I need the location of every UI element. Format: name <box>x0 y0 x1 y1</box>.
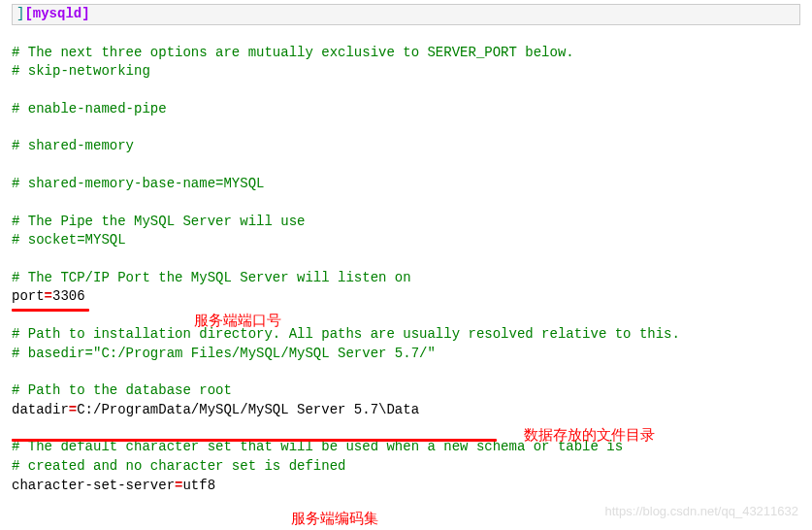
comment-line: # basedir="C:/Program Files/MySQL/MySQL … <box>12 345 800 364</box>
section-header: ][mysqld] <box>12 4 800 25</box>
comment-line: # created and no character set is define… <box>12 457 800 477</box>
section-mysqld: [mysqld] <box>24 6 89 21</box>
watermark: https://blog.csdn.net/qq_43211632 <box>605 503 799 520</box>
port-line: port=3306 <box>12 287 800 307</box>
datadir-key: datadir <box>12 402 69 417</box>
comment-line: # The Pipe the MySQL Server will use <box>12 213 800 232</box>
datadir-value: C:/ProgramData/MySQL/MySQL Server 5.7\Da… <box>77 402 419 417</box>
charset-key: character-set-server <box>12 478 175 493</box>
datadir-line: datadir=C:/ProgramData/MySQL/MySQL Serve… <box>12 401 800 420</box>
port-key: port <box>12 288 45 304</box>
comment-line: # shared-memory-base-name=MYSQL <box>12 175 800 194</box>
comment-line: # enable-named-pipe <box>12 100 800 119</box>
comment-line: # shared-memory <box>12 137 800 156</box>
comment-line: # skip-networking <box>12 62 800 82</box>
comment-line: # The next three options are mutually ex… <box>12 44 800 63</box>
port-value: 3306 <box>52 288 85 304</box>
charset-value: utf8 <box>182 478 215 493</box>
annotation-charset: 服务端编码集 <box>291 509 378 529</box>
equals-sign: = <box>69 402 77 417</box>
comment-line: # Path to installation directory. All pa… <box>12 325 800 345</box>
equals-sign: = <box>45 288 52 304</box>
charset-line: character-set-server=utf8 <box>12 477 800 496</box>
comment-line: # socket=MYSQL <box>12 231 800 250</box>
comment-line: # The default character set that will be… <box>12 438 800 457</box>
comment-line: # Path to the database root <box>12 381 800 401</box>
comment-line: # The TCP/IP Port the MySQL Server will … <box>12 269 800 288</box>
